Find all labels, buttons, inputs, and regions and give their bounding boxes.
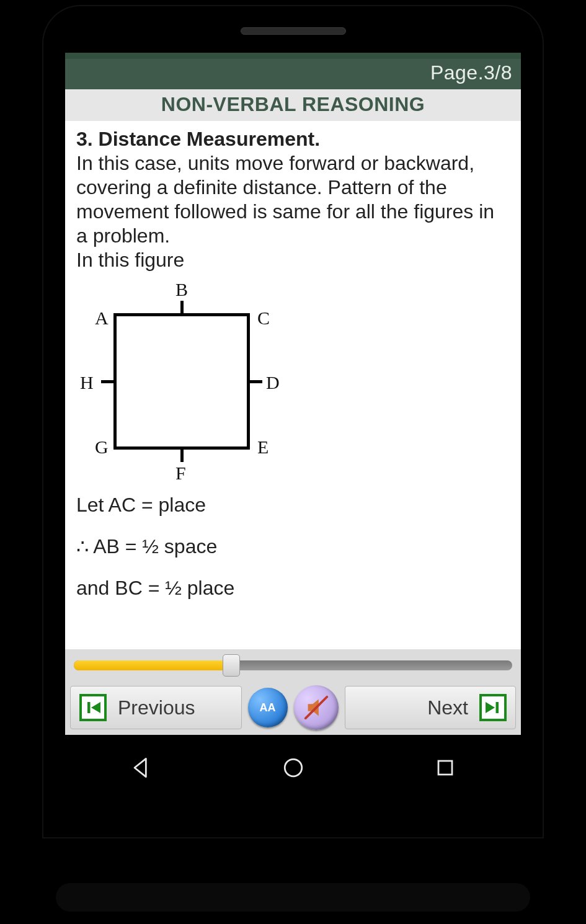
figure-label-c: C	[257, 307, 270, 330]
skip-previous-icon	[79, 694, 107, 721]
figure-explanation: Let AC = place ∴ AB = ½ space and BC = ½…	[76, 493, 510, 600]
figure-label-g: G	[95, 436, 109, 459]
figure-lead-in: In this figure	[76, 249, 184, 271]
figure-tick-b	[180, 301, 184, 314]
figure-label-b: B	[175, 278, 188, 301]
explanation-line-1: Let AC = place	[76, 493, 510, 517]
controls-panel: Previous AA Next	[65, 649, 521, 735]
figure-container: B A C H D G E F	[76, 276, 510, 487]
system-recent-button[interactable]	[432, 754, 459, 784]
skip-next-icon	[479, 694, 507, 721]
mute-button[interactable]	[294, 685, 339, 730]
figure-tick-d	[249, 380, 262, 383]
font-size-button[interactable]: AA	[248, 688, 288, 727]
section-heading: 3. Distance Measurement.	[76, 128, 320, 150]
page-title: NON-VERBAL REASONING	[65, 89, 521, 121]
next-button[interactable]: Next	[345, 686, 517, 729]
svg-point-0	[285, 759, 302, 776]
figure-tick-h	[101, 380, 115, 383]
phone-frame: Page.3/8 NON-VERBAL REASONING 3. Distanc…	[43, 6, 543, 837]
figure-label-e: E	[257, 436, 269, 459]
previous-button[interactable]: Previous	[70, 686, 242, 729]
slider-fill	[74, 660, 232, 670]
explanation-line-2: ∴ AB = ½ space	[76, 535, 510, 559]
progress-slider[interactable]	[74, 654, 512, 677]
button-row: Previous AA Next	[70, 685, 516, 730]
figure-label-h: H	[80, 371, 94, 394]
app-screen: Page.3/8 NON-VERBAL REASONING 3. Distanc…	[65, 53, 521, 735]
figure-square	[113, 313, 250, 450]
figure-tick-f	[180, 448, 184, 462]
figure-label-d: D	[266, 371, 280, 394]
svg-rect-1	[438, 761, 452, 775]
next-button-label: Next	[427, 696, 468, 719]
system-nav-bar	[65, 744, 521, 794]
system-home-button[interactable]	[280, 754, 307, 784]
figure-label-f: F	[175, 462, 186, 485]
explanation-line-3: and BC = ½ place	[76, 576, 510, 600]
page-indicator: Page.3/8	[65, 59, 521, 89]
status-bar	[65, 53, 521, 59]
phone-speaker	[241, 27, 346, 35]
font-size-icon: AA	[260, 701, 276, 714]
system-back-button[interactable]	[128, 754, 155, 784]
speaker-muted-icon	[302, 693, 331, 722]
figure-diagram: B A C H D G E F	[76, 276, 287, 487]
section-paragraph: In this case, units move forward or back…	[76, 152, 494, 247]
figure-label-a: A	[95, 307, 109, 330]
slider-thumb[interactable]	[223, 654, 240, 677]
previous-button-label: Previous	[118, 696, 195, 719]
gesture-bar	[56, 883, 530, 912]
content-area[interactable]: 3. Distance Measurement. In this case, u…	[65, 121, 521, 649]
